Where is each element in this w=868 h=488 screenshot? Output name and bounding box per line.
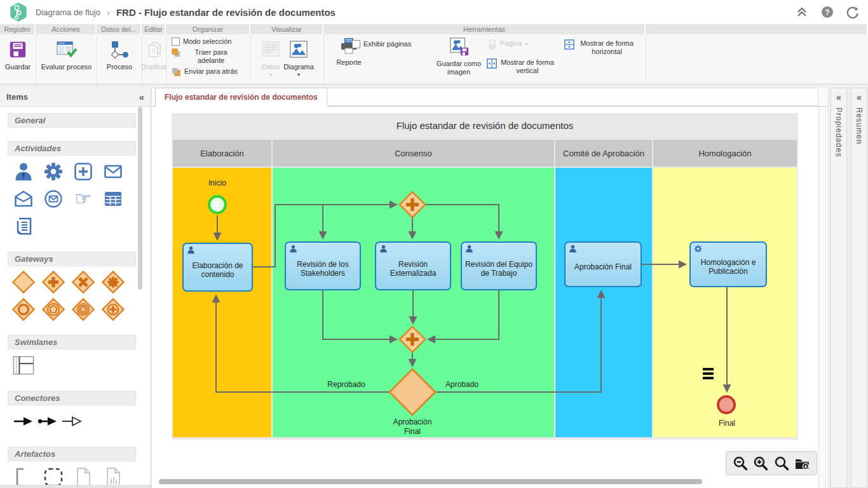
- task-elaboracion-contenido[interactable]: Elaboración de contenido: [182, 243, 253, 292]
- lane-header-comite[interactable]: Comité de Aprobación: [555, 140, 652, 166]
- right-panelbar: « Propiedades « Resumen: [827, 88, 868, 488]
- event-gateway-icon[interactable]: [41, 298, 65, 321]
- lane-header-consenso[interactable]: Consenso: [273, 140, 554, 166]
- modo-seleccion-label: Modo selección: [183, 37, 231, 46]
- message-open-icon[interactable]: [11, 187, 36, 210]
- diagram-title: Flujo estandar de revisión de documentos: [172, 113, 798, 139]
- enviar-atras-button[interactable]: Enviar para atrás: [172, 67, 238, 79]
- evaluar-proceso-button[interactable]: Evaluar proceso: [41, 34, 92, 84]
- ribbon-toolbar: Registro Guardar Acciones: [0, 24, 868, 85]
- message-event-icon[interactable]: [41, 187, 65, 210]
- datos-caret-icon: ▾: [269, 72, 272, 78]
- conectores-grid: [8, 405, 151, 433]
- zoom-out-icon[interactable]: [733, 456, 749, 471]
- exhibir-label: Exhibir páginas: [363, 40, 411, 48]
- mostrar-vertical-button[interactable]: Mostrar de forma vertical: [487, 58, 555, 75]
- decision-gateway-label: Aprobación Final: [384, 417, 441, 437]
- complex-gateway-icon[interactable]: [101, 271, 125, 294]
- panel-tab-propiedades[interactable]: « Propiedades: [831, 88, 847, 488]
- inclusive-gateway-icon[interactable]: [11, 298, 36, 321]
- diagrama-dropdown-button[interactable]: Diagrama ▾: [283, 34, 314, 84]
- save-icon: [8, 39, 27, 60]
- pagina-caret-icon: ▾: [525, 41, 527, 47]
- section-conectores[interactable]: Conectores: [8, 391, 136, 405]
- section-general[interactable]: General: [8, 113, 136, 128]
- tab-empty-area[interactable]: [327, 88, 818, 106]
- lane-header-elaboracion[interactable]: Elaboración: [173, 140, 271, 166]
- duplicar-label: Duplicar: [141, 63, 166, 71]
- breadcrumb-separator-icon: ›: [107, 7, 110, 18]
- help-icon[interactable]: ?: [821, 6, 834, 18]
- canvas-vscrollbar-track[interactable]: [818, 107, 826, 488]
- lane-body-consenso[interactable]: [273, 168, 554, 437]
- script-activity-icon[interactable]: [11, 215, 36, 238]
- add-activity-icon[interactable]: [71, 160, 95, 183]
- header-actions: ?: [796, 6, 859, 18]
- datos-dropdown-button[interactable]: Datos ▾: [261, 34, 281, 84]
- diagram-view-icon: [288, 39, 309, 60]
- save-as-image-icon: [448, 37, 470, 58]
- bpmn-diagram: Flujo estandar de revisión de documentos…: [172, 113, 798, 440]
- tab-flujo-estandar[interactable]: Flujo estandar de revisión de documentos: [155, 88, 327, 107]
- group-label-visualizar: Visualizar: [251, 24, 323, 34]
- section-actividades[interactable]: Actividades: [8, 141, 136, 156]
- section-swimlanes[interactable]: Swimlanes: [8, 335, 136, 349]
- annotation-menu-icon[interactable]: [703, 368, 714, 381]
- message-icon[interactable]: [101, 160, 125, 183]
- sequence-flow-icon[interactable]: [11, 410, 36, 433]
- task-homologacion-publicacion[interactable]: Homologación e Publicación: [689, 241, 767, 287]
- exclusive-gateway-icon[interactable]: [11, 271, 36, 294]
- association-flow-icon[interactable]: [60, 410, 84, 433]
- mostrar-horizontal-button[interactable]: Mostrar de forma horizontal: [564, 39, 636, 56]
- traer-adelante-button[interactable]: Traer para adelante: [172, 48, 238, 65]
- user-activity-icon[interactable]: [11, 160, 36, 183]
- start-event[interactable]: [208, 195, 227, 214]
- duplicar-button[interactable]: Duplicar: [141, 34, 166, 84]
- exclusive-x-gateway-icon[interactable]: [71, 271, 95, 294]
- automatic-activity-icon[interactable]: [41, 160, 65, 183]
- sidebar-collapse-icon[interactable]: «: [139, 92, 144, 102]
- actividades-grid: ☞: [8, 156, 151, 238]
- ribbon-group-herramientas: Herramientas Reporte Exhibi: [324, 24, 646, 84]
- collapse-header-icon[interactable]: [796, 6, 808, 18]
- modo-seleccion-toggle[interactable]: Modo selección: [172, 37, 238, 46]
- page-icon: [488, 39, 497, 51]
- panel-tab-resumen[interactable]: « Resumen: [851, 88, 867, 488]
- swimlanes-grid: [8, 349, 151, 377]
- lane-header-homologacion[interactable]: Homologación: [653, 140, 797, 166]
- task-revision-externalizada[interactable]: Revisión Externalizada: [375, 241, 451, 290]
- section-gateways[interactable]: Gateways: [8, 252, 136, 266]
- breadcrumb[interactable]: Diagrama de flujo: [36, 8, 100, 17]
- lane-body-comite[interactable]: [555, 168, 652, 437]
- reporte-label: Reporte: [336, 58, 361, 66]
- export-image-icon[interactable]: [794, 456, 810, 471]
- task-revision-equipo[interactable]: Revisión del Equipo de Trabajo: [461, 241, 537, 290]
- event-parallel-gateway-icon[interactable]: [71, 298, 95, 321]
- proceso-button[interactable]: Proceso: [107, 34, 132, 84]
- refresh-icon[interactable]: [846, 6, 859, 18]
- task-elaboracion-label: Elaboración de contenido: [186, 261, 249, 279]
- app-logo-icon[interactable]: [9, 2, 28, 22]
- parallel-circle-gateway-icon[interactable]: [101, 298, 125, 321]
- swimlane-matrix-icon[interactable]: [11, 354, 36, 377]
- ribbon-group-acciones: Acciones Evaluar proceso: [36, 24, 97, 84]
- decision-table-icon[interactable]: [101, 187, 125, 210]
- exhibir-paginas-checkbox[interactable]: [352, 40, 360, 48]
- task-revision-stakeholders[interactable]: Revisión de los Stakeholders: [285, 241, 361, 290]
- group-label-organizar: Organizar: [166, 24, 250, 34]
- guardar-imagen-button[interactable]: Guardar como imagen: [431, 37, 487, 76]
- end-event[interactable]: [717, 395, 736, 414]
- sidebar-scrollbar[interactable]: [138, 107, 142, 290]
- parallel-gateway-icon[interactable]: [41, 271, 65, 294]
- task-aprobacion-final[interactable]: Aprobación Final: [564, 241, 642, 287]
- guardar-button[interactable]: Guardar: [5, 34, 31, 84]
- zoom-in-icon[interactable]: [753, 456, 769, 471]
- exhibir-paginas-toggle[interactable]: Exhibir páginas: [352, 40, 411, 48]
- zoom-search-icon[interactable]: [774, 456, 790, 471]
- modo-seleccion-checkbox[interactable]: [172, 37, 180, 46]
- default-flow-icon[interactable]: [36, 410, 60, 433]
- pagina-dropdown-button[interactable]: Página ▾: [488, 39, 527, 51]
- canvas-hscrollbar-thumb[interactable]: [159, 479, 702, 484]
- section-artefactos[interactable]: Artefactos: [8, 447, 136, 461]
- manual-activity-icon[interactable]: ☞: [71, 187, 95, 210]
